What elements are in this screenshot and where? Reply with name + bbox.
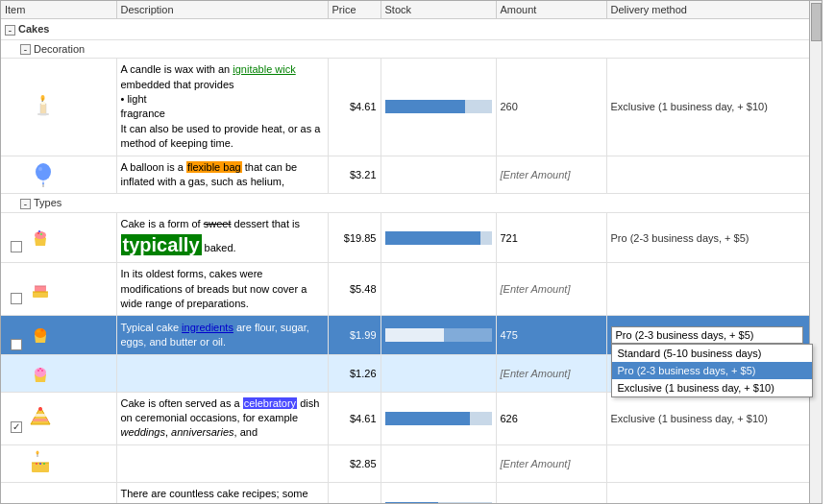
collapse-cakes[interactable]: - [5,25,15,36]
dropdown-display[interactable]: Pro (2-3 business days, + $5) ▼ [611,326,803,344]
item-icon [27,376,54,388]
enter-amount[interactable]: [Enter Amount] [501,458,571,469]
amount-cell[interactable]: [Enter Amount] [496,263,606,316]
stock-cell [381,354,496,392]
svg-point-30 [36,463,37,465]
collapse-types[interactable]: - [20,199,31,209]
delivery-option-standard[interactable]: Standard (5-10 business days) [612,345,812,362]
amount-cell[interactable]: [Enter Amount] [496,444,606,482]
selected-delivery-label: Pro (2-3 business days, + $5) [616,329,788,341]
delivery-value: Pro (2-3 business days, + $5) [611,232,749,244]
price-cell: $6.09 [328,482,381,504]
delivery-cell[interactable] [606,444,811,482]
item-cell [1,354,116,392]
col-header-item: Item [1,1,116,19]
desc-cell [116,354,328,392]
amount-cell[interactable]: [Enter Amount] [496,354,606,392]
table-row[interactable]: A candle is wax with an ignitable wick e… [1,59,811,156]
scrollbar-thumb[interactable] [811,3,822,41]
delivery-option-pro[interactable]: Pro (2-3 business days, + $5) [612,362,812,379]
delivery-cell[interactable]: Exclusive (1 business day, + $10) [606,59,811,156]
item-cell [1,59,116,156]
amount-cell[interactable]: 260 [496,59,606,156]
row-checkbox[interactable] [11,339,22,350]
table-row[interactable]: Cake is often served as a celebratory di… [1,392,811,444]
stock-cell [381,392,496,444]
svg-point-31 [39,463,41,465]
subsection-decoration-label: Decoration [34,43,85,55]
collapse-decoration[interactable]: - [20,44,31,55]
table-row[interactable]: There are countless cake recipes; some a… [1,482,811,504]
desc-cell: In its oldest forms, cakes were modifica… [116,263,328,316]
delivery-cell[interactable]: Pro (2-3 business days, + $5) [606,212,811,262]
svg-rect-1 [41,102,45,105]
svg-point-3 [41,95,45,101]
scrollbar[interactable] [809,1,822,504]
desc-cell: Cake is often served as a celebratory di… [116,392,328,444]
item-icon [27,420,54,432]
price-cell: $19.85 [328,212,381,262]
delivery-cell[interactable] [606,156,811,194]
item-icon [27,292,54,303]
price-cell: $5.48 [328,263,381,316]
delivery-cell[interactable]: Exclusive (1 business day, + $10) [606,392,811,444]
table-row[interactable]: Cake is a form of sweet dessert that is … [1,212,811,262]
section-cakes-label: Cakes [18,23,49,35]
stock-cell [381,156,496,194]
item-cell [1,263,116,316]
amount-cell[interactable]: [Enter Amount] [496,156,606,194]
row-checkbox[interactable] [11,293,22,304]
svg-rect-4 [37,113,49,115]
svg-point-26 [38,407,42,411]
price-cell: $4.61 [328,392,381,444]
svg-point-34 [37,450,39,454]
amount-value: 260 [501,101,518,112]
item-icon [27,467,54,478]
delivery-cell[interactable]: Pro (2-3 business days, + $5) [606,482,811,504]
desc-cell [116,444,328,482]
amount-value: 475 [501,329,518,341]
price-cell: $3.21 [328,156,381,194]
svg-point-21 [37,370,39,372]
row-checkbox[interactable] [11,421,22,433]
delivery-cell[interactable]: Pro (2-3 business days, + $5) ▼ Standard… [606,316,811,354]
price-cell: $2.85 [328,444,381,482]
stock-cell [381,482,496,504]
stock-cell [381,444,496,482]
main-table-container: Item Description Price Stock Amount Deli… [0,0,823,504]
table-row[interactable]: $2.85 [Enter Amount] [1,444,811,482]
delivery-option-exclusive[interactable]: Exclusive (1 business day, + $10) [612,379,812,396]
svg-point-19 [41,329,44,332]
enter-amount[interactable]: [Enter Amount] [501,368,571,379]
delivery-dropdown-list[interactable]: Standard (5-10 business days) Pro (2-3 b… [611,344,813,397]
amount-cell[interactable]: 475 [496,316,606,354]
enter-amount[interactable]: [Enter Amount] [501,283,571,295]
svg-rect-16 [35,285,46,287]
desc-cell: Cake is a form of sweet dessert that is … [116,212,328,262]
item-icon [27,337,54,348]
amount-cell[interactable]: 381 [496,482,606,504]
svg-point-10 [40,233,42,235]
svg-point-32 [43,463,45,465]
svg-rect-25 [35,414,46,417]
desc-cell: Typical cake ingredients are flour, suga… [116,316,328,354]
item-icon [30,109,57,121]
amount-cell[interactable]: 721 [496,212,606,262]
item-cell [1,392,116,444]
delivery-cell[interactable] [606,263,811,316]
row-checkbox[interactable] [11,241,22,252]
table-row[interactable]: In its oldest forms, cakes were modifica… [1,263,811,316]
enter-amount[interactable]: [Enter Amount] [501,169,571,180]
item-cell [1,444,116,482]
table-row[interactable]: A balloon is a flexible bag that can be … [1,156,811,194]
dropdown-arrow-icon: ▼ [788,329,798,341]
price-cell: $1.99 [328,316,381,354]
table-body: -Cakes-Decoration A candle is wax with a… [1,19,811,505]
delivery-dropdown-container[interactable]: Pro (2-3 business days, + $5) ▼ Standard… [611,326,807,344]
table-row[interactable]: Typical cake ingredients are flour, suga… [1,316,811,354]
amount-value: 626 [501,413,518,424]
stock-cell [381,316,496,354]
col-header-amount: Amount [496,1,606,19]
amount-cell[interactable]: 626 [496,392,606,444]
col-header-stock: Stock [381,1,496,19]
